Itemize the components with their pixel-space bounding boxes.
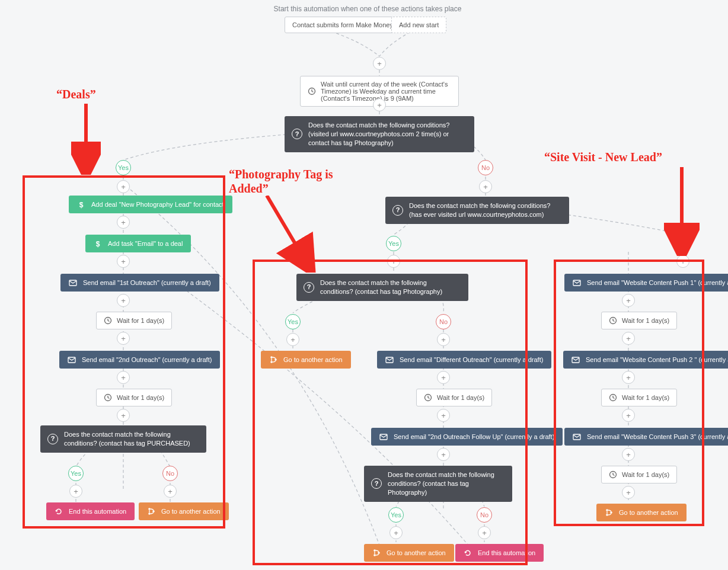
add-step-plus[interactable]: + <box>117 294 130 307</box>
wait-1-day[interactable]: Wait for 1 day(s) <box>601 466 677 483</box>
wait-1-day[interactable]: Wait for 1 day(s) <box>96 389 172 406</box>
annotation-deals: “Deals” <box>56 88 96 101</box>
cycle-icon <box>464 549 472 557</box>
add-step-plus[interactable]: + <box>117 255 130 268</box>
cycle-icon <box>55 507 63 515</box>
yes-badge: Yes <box>116 160 131 175</box>
add-step-plus[interactable]: + <box>373 98 386 111</box>
branch-icon <box>372 549 381 557</box>
send-email-wcp1[interactable]: Send email "Website Content Push 1" (cur… <box>564 274 728 292</box>
no-badge: No <box>436 314 451 329</box>
add-new-start[interactable]: Add new start <box>391 17 446 33</box>
goto-action[interactable]: Go to another action <box>261 351 351 369</box>
goto-action[interactable]: Go to another action <box>596 504 687 521</box>
add-step-plus[interactable]: + <box>387 255 400 268</box>
mail-icon <box>379 433 388 441</box>
no-badge: No <box>162 466 178 481</box>
mail-icon <box>573 433 581 441</box>
send-email-2nd-outreach[interactable]: Send email "2nd Outreach" (currently a d… <box>59 351 220 369</box>
add-step-plus[interactable]: + <box>437 371 450 384</box>
add-step-plus[interactable]: + <box>117 409 130 422</box>
add-step-plus[interactable]: + <box>389 526 403 539</box>
action-label: Go to another action <box>619 509 678 516</box>
question-icon: ? <box>292 129 302 139</box>
question-icon: ? <box>392 205 403 216</box>
clock-icon <box>308 87 316 95</box>
send-email-1st-outreach[interactable]: Send email "1st Outreach" (currently a d… <box>60 274 219 292</box>
action-label: Send email "2nd Outreach" (currently a d… <box>82 356 212 363</box>
svg-line-7 <box>267 196 305 261</box>
condition-has-photo-tag-2[interactable]: ? Does the contact match the following c… <box>364 466 512 502</box>
condition-text: Does the contact match the following con… <box>409 201 562 219</box>
condition-text: Does the contact match the following con… <box>64 430 199 448</box>
end-automation[interactable]: End this automation <box>46 502 135 520</box>
add-deal-action[interactable]: Add deal "New Photography Lead" for cont… <box>69 196 232 213</box>
send-email-different-outreach[interactable]: Send email "Different Outreach" (current… <box>377 351 551 369</box>
add-step-plus[interactable]: + <box>437 333 450 346</box>
question-icon: ? <box>47 434 58 444</box>
goto-action[interactable]: Go to another action <box>364 544 454 562</box>
mail-icon <box>69 278 77 287</box>
send-email-2nd-follow-up[interactable]: Send email "2nd Outreach Follow Up" (cur… <box>371 428 563 446</box>
add-step-plus[interactable]: + <box>373 57 386 70</box>
add-step-plus[interactable]: + <box>164 485 177 498</box>
add-step-plus[interactable]: + <box>286 333 299 346</box>
yes-badge: Yes <box>388 507 404 523</box>
action-label: Go to another action <box>283 356 343 363</box>
wait-label: Wait for 1 day(s) <box>622 394 669 401</box>
add-step-plus[interactable]: + <box>676 255 689 268</box>
end-automation[interactable]: End this automation <box>455 544 544 562</box>
yes-badge: Yes <box>386 236 401 251</box>
wait-label: Wait for 1 day(s) <box>117 317 164 324</box>
clock-icon <box>104 316 112 325</box>
add-step-plus[interactable]: + <box>622 371 635 384</box>
add-step-plus[interactable]: + <box>117 216 130 229</box>
action-label: Send email "Website Content Push 2 " (cu… <box>586 356 728 363</box>
condition-photo-or-visit[interactable]: ? Does the contact match the following c… <box>285 116 474 152</box>
action-label: End this automation <box>69 508 126 515</box>
add-task-action[interactable]: Add task "Email" to a deal <box>85 235 191 252</box>
goto-action[interactable]: Go to another action <box>139 502 229 520</box>
add-step-plus[interactable]: + <box>69 485 82 498</box>
action-label: Send email "2nd Outreach Follow Up" (cur… <box>394 433 554 440</box>
add-step-plus[interactable]: + <box>622 409 635 422</box>
branch-icon <box>147 507 155 515</box>
add-step-plus[interactable]: + <box>622 294 635 307</box>
condition-text: Does the contact match the following con… <box>308 121 467 148</box>
add-step-plus[interactable]: + <box>622 332 635 345</box>
add-step-plus[interactable]: + <box>117 371 130 384</box>
action-label: Send email "Website Content Push 1" (cur… <box>587 279 728 286</box>
add-step-plus[interactable]: + <box>437 448 450 461</box>
condition-has-photo-tag[interactable]: ? Does the contact match the following c… <box>296 274 468 301</box>
wait-label: Wait for 1 day(s) <box>437 394 484 401</box>
action-label: End this automation <box>478 549 535 556</box>
wait-label: Wait for 1 day(s) <box>622 471 669 478</box>
add-step-plus[interactable]: + <box>437 409 450 422</box>
mail-icon <box>385 356 394 364</box>
action-label: Send email "Different Outreach" (current… <box>400 356 543 363</box>
add-step-plus[interactable]: + <box>117 180 130 193</box>
clock-icon <box>609 470 617 479</box>
condition-purchased[interactable]: ? Does the contact match the following c… <box>40 425 206 453</box>
no-badge: No <box>675 236 691 251</box>
action-label: Send email "Website Content Push 3" (cur… <box>587 433 728 440</box>
add-step-plus[interactable]: + <box>622 448 635 461</box>
action-label: Go to another action <box>161 508 221 515</box>
add-step-plus[interactable]: + <box>478 526 491 539</box>
send-email-wcp2[interactable]: Send email "Website Content Push 2 " (cu… <box>563 351 728 369</box>
condition-site-visited[interactable]: ? Does the contact match the following c… <box>385 197 569 224</box>
dollar-icon <box>77 200 85 209</box>
add-step-plus[interactable]: + <box>117 332 130 345</box>
wait-1-day[interactable]: Wait for 1 day(s) <box>601 312 677 329</box>
wait-1-day[interactable]: Wait for 1 day(s) <box>601 389 677 406</box>
wait-1-day[interactable]: Wait for 1 day(s) <box>96 312 172 329</box>
wait-1-day[interactable]: Wait for 1 day(s) <box>416 389 492 406</box>
clock-icon <box>104 393 112 402</box>
action-label: Go to another action <box>387 549 446 556</box>
send-email-wcp3[interactable]: Send email "Website Content Push 3" (cur… <box>564 428 728 446</box>
mail-icon <box>573 278 581 287</box>
clock-icon <box>609 393 617 402</box>
add-step-plus[interactable]: + <box>479 180 492 193</box>
automation-canvas: Start this automation when one of these … <box>0 0 728 570</box>
add-step-plus[interactable]: + <box>622 486 635 499</box>
